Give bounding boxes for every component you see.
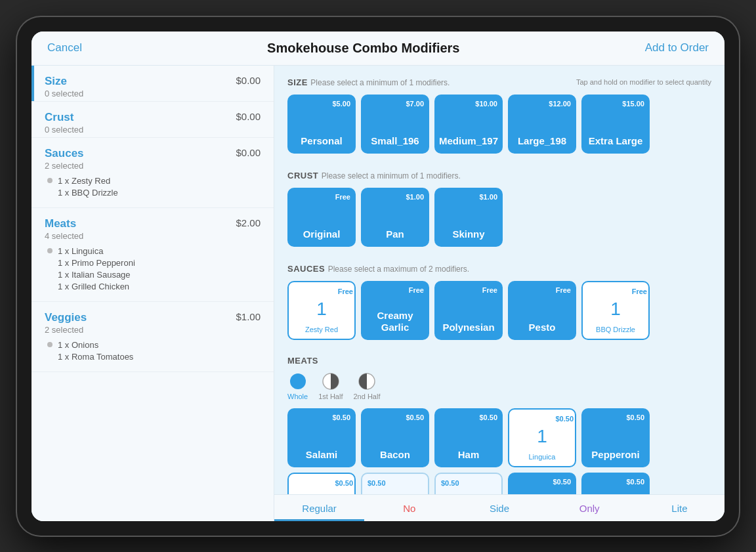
crust-grid: Free Original $1.00 Pan $1.00 Skinny: [287, 188, 711, 247]
sidebar-meats-items: 1 x Linguica 1 x Primo Pepperoni 1 x Ita…: [32, 244, 274, 301]
mod-card-personal[interactable]: $5.00 Personal: [287, 95, 356, 154]
mod-card-large[interactable]: $12.00 Large_198: [508, 95, 576, 154]
sidebar-section-crust-header[interactable]: Crust 0 selected $0.00: [32, 102, 274, 137]
list-item: 1 x Linguica: [47, 246, 261, 256]
bottom-bar: Regular No Side Only Lite: [274, 494, 724, 521]
sidebar-sauces-title: Sauces: [45, 147, 84, 160]
portion-1st-half-label: 1st Half: [318, 393, 343, 400]
dot-icon: [47, 178, 52, 183]
list-item: 1 x Grilled Chicken: [47, 282, 261, 291]
mod-card-zesty-red[interactable]: Free 1 Zesty Red: [287, 281, 356, 340]
tab-only-label: Only: [579, 503, 600, 514]
mod-name: Pan: [382, 228, 408, 240]
tab-no-label: No: [403, 503, 415, 514]
mod-name: Bacon: [376, 449, 414, 461]
tab-side[interactable]: Side: [454, 495, 544, 521]
sidebar-meats-title: Meats: [45, 217, 83, 230]
sauces-grid: Free 1 Zesty Red Free Creamy Garlic: [287, 281, 711, 340]
mod-name: Personal: [297, 135, 346, 147]
sidebar-meat-1: 1 x Linguica: [58, 246, 103, 256]
portion-1st-half[interactable]: 1st Half: [318, 372, 343, 400]
sidebar-veggie-1: 1 x Onions: [58, 340, 98, 350]
cancel-button[interactable]: Cancel: [47, 41, 82, 54]
add-to-order-button[interactable]: Add to Order: [645, 41, 709, 54]
portion-selector: Whole 1st Half: [287, 372, 711, 400]
tab-lite-label: Lite: [671, 503, 687, 514]
mod-card-extra-large[interactable]: $15.00 Extra Large: [581, 95, 650, 154]
tab-regular[interactable]: Regular: [274, 495, 364, 521]
tab-only[interactable]: Only: [545, 495, 635, 521]
sauces-hint: Please select a maximum of 2 modifiers.: [328, 265, 469, 274]
mod-name: Pesto: [525, 322, 560, 333]
crust-hint: Please select a minimum of 1 modifiers.: [322, 171, 461, 180]
sidebar-sauce-2: 1 x BBQ Drizzle: [58, 188, 118, 198]
mod-price: Free: [482, 286, 497, 294]
mod-card-pepperoni[interactable]: $0.50 Pepperoni: [581, 408, 650, 467]
mod-card-bbq-drizzle[interactable]: Free 1 BBQ Drizzle: [581, 281, 650, 340]
mod-name: Polynesian: [438, 322, 498, 333]
mod-name: Large_198: [514, 135, 570, 147]
mod-card-polynesian[interactable]: Free Polynesian: [434, 281, 503, 340]
mod-name: Skinny: [448, 228, 488, 240]
sidebar-section-sauces: Sauces 2 selected $0.00 1 x Zesty Red 1 …: [32, 138, 274, 208]
mod-card-bacon[interactable]: $0.50 Bacon: [361, 408, 429, 467]
sidebar-meats-price: $2.00: [236, 217, 261, 228]
mod-card-meat-7[interactable]: $0.50: [361, 473, 429, 494]
sidebar-section-sauces-header[interactable]: Sauces 2 selected $0.00: [32, 138, 274, 173]
mod-card-meat-10[interactable]: $0.50: [581, 473, 650, 494]
sidebar-section-veggies-header[interactable]: Veggies 2 selected $1.00: [32, 302, 274, 337]
mod-name: Zesty Red: [305, 326, 338, 333]
mod-card-skinny[interactable]: $1.00 Skinny: [434, 188, 503, 247]
size-section-header: SIZE Please select a minimum of 1 modifi…: [287, 76, 711, 88]
sidebar-section-meats-header[interactable]: Meats 4 selected $2.00: [32, 208, 274, 244]
crust-section-header: CRUST Please select a minimum of 1 modif…: [287, 169, 711, 181]
mod-price: $1.00: [406, 193, 424, 201]
mod-card-ham[interactable]: $0.50 Ham: [434, 408, 503, 467]
meats-section-header: MEATS: [287, 356, 711, 366]
tab-no[interactable]: No: [364, 495, 454, 521]
mod-card-linguica[interactable]: $0.50 1 Linguica: [508, 408, 576, 467]
portion-whole-label: Whole: [287, 393, 308, 400]
sidebar: Size 0 selected $0.00 Crust 0 selected $…: [32, 66, 274, 521]
page-title: Smokehouse Combo Modifiers: [267, 41, 459, 56]
portion-2nd-half[interactable]: 2nd Half: [353, 372, 380, 400]
sidebar-meats-sub: 4 selected: [45, 231, 83, 241]
mod-card-original[interactable]: Free Original: [287, 188, 356, 247]
mod-price: $0.50: [555, 415, 574, 423]
tab-lite[interactable]: Lite: [635, 495, 724, 521]
mod-price: $0.50: [335, 479, 353, 487]
size-grid: $5.00 Personal $7.00 Small_196 $10.00 Me…: [287, 95, 711, 154]
mod-name: Original: [299, 228, 345, 240]
sauces-section-header: SAUCES Please select a maximum of 2 modi…: [287, 263, 711, 274]
mod-card-small[interactable]: $7.00 Small_196: [361, 95, 429, 154]
sidebar-veggies-sub: 2 selected: [45, 325, 87, 335]
sidebar-section-meats: Meats 4 selected $2.00 1 x Linguica 1 x …: [32, 208, 274, 302]
mod-card-pesto[interactable]: Free Pesto: [508, 281, 576, 340]
sidebar-meat-4: 1 x Grilled Chicken: [58, 282, 129, 291]
sidebar-veggies-price: $1.00: [236, 311, 261, 322]
mod-price: $0.50: [441, 479, 459, 487]
mod-price: $0.50: [626, 414, 644, 421]
mod-card-creamy-garlic[interactable]: Free Creamy Garlic: [361, 281, 429, 340]
mod-price: $0.50: [553, 478, 571, 486]
tablet-screen: Cancel Smokehouse Combo Modifiers Add to…: [32, 32, 724, 521]
half-icon: [322, 372, 340, 391]
sidebar-sauces-items: 1 x Zesty Red 1 x BBQ Drizzle: [32, 173, 274, 207]
dot-icon: [47, 342, 52, 347]
mod-card-salami[interactable]: $0.50 Salami: [287, 408, 356, 467]
mod-card-medium[interactable]: $10.00 Medium_197: [434, 95, 503, 154]
mod-name: Pepperoni: [587, 449, 643, 461]
mod-card-primo-pepperoni[interactable]: $0.50 1 Primo Pepp...: [287, 473, 356, 494]
mod-name: Linguica: [529, 453, 556, 461]
mod-card-pan[interactable]: $1.00 Pan: [361, 188, 429, 247]
meats-section: MEATS Whole: [287, 356, 711, 494]
bottom-tabs: Regular No Side Only Lite: [274, 495, 724, 521]
size-label: SIZE: [287, 77, 308, 87]
portion-whole[interactable]: Whole: [287, 372, 308, 400]
sidebar-meat-3: 1 x Italian Sausage: [58, 270, 131, 280]
mod-card-meat-8[interactable]: $0.50: [434, 473, 503, 494]
mod-count: 1: [610, 300, 621, 318]
mod-count: 1: [537, 427, 547, 446]
mod-card-meat-9[interactable]: $0.50: [508, 473, 576, 494]
sidebar-section-size-header[interactable]: Size 0 selected $0.00: [32, 66, 274, 101]
